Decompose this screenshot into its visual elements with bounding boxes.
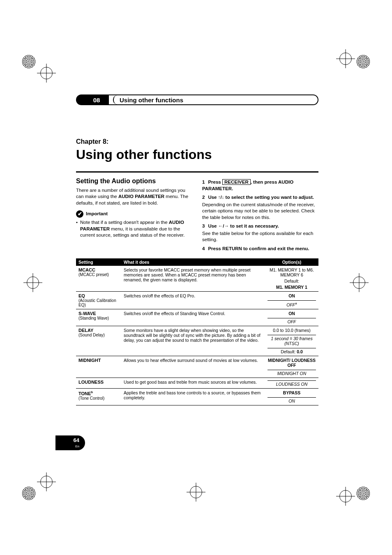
option-item: 0.0 to 10.0 (frames) bbox=[267, 328, 316, 333]
header-strip: 08 Using other functions bbox=[76, 94, 318, 105]
cell-options: ONOFF bbox=[265, 309, 318, 326]
header-title: Using other functions bbox=[120, 97, 183, 104]
option-text-a: Default: bbox=[281, 349, 297, 354]
title-rule bbox=[76, 171, 318, 173]
step-3: 3Use ←/→ to set it as necessary. See the… bbox=[202, 223, 318, 243]
two-column-body: Setting the Audio options There are a nu… bbox=[76, 177, 318, 252]
cell-setting: S-WAVE(Standing Wave) bbox=[76, 309, 121, 326]
page-title: Using other functions bbox=[76, 147, 318, 162]
option-item: OFF bbox=[267, 318, 316, 324]
setting-sub: (Sound Delay) bbox=[78, 333, 119, 337]
cell-setting: MCACC(MCACC preset) bbox=[76, 266, 121, 292]
cell-description: Applies the treble and bass tone control… bbox=[121, 389, 265, 405]
option-stack: BYPASSON bbox=[267, 390, 316, 403]
option-item: MIDNIGHT/ LOUDNESS OFF bbox=[267, 358, 316, 368]
page-number-pill: 64 En bbox=[55, 435, 85, 450]
capsule-open-icon bbox=[113, 95, 117, 104]
chapter-number-pill: 08 bbox=[76, 94, 109, 105]
cell-setting: DELAY(Sound Delay) bbox=[76, 326, 121, 356]
cell-options: MIDNIGHT/ LOUDNESS OFFMIDNIGHT ON bbox=[265, 356, 318, 378]
page-number: 64 bbox=[74, 437, 79, 443]
registration-mark-tr bbox=[336, 49, 355, 68]
option-sup: a bbox=[295, 302, 297, 305]
option-item: 1 second = 30 frames (NTSC) bbox=[267, 335, 316, 346]
option-stack: MIDNIGHT/ LOUDNESS OFFMIDNIGHT ON bbox=[267, 358, 316, 376]
setting-name-sup: b bbox=[91, 390, 93, 394]
step-3-body: See the table below for the options avai… bbox=[202, 230, 318, 243]
setting-sub: (MCACC preset) bbox=[78, 272, 119, 277]
cell-description: Used to get good bass and treble from mu… bbox=[121, 378, 265, 389]
bullet-text: Note that if a setting doesn't appear in… bbox=[80, 219, 192, 239]
registration-mark-bl bbox=[37, 472, 56, 491]
option-stack: 0.0 to 10.0 (frames)1 second = 30 frames… bbox=[267, 328, 316, 354]
table-header-row: Setting What it does Option(s) bbox=[76, 258, 318, 266]
chapter-label: Chapter 8: bbox=[76, 138, 318, 145]
cell-options: M1. MEMORY 1 to M6. MEMORY 6Default:M1. … bbox=[265, 266, 318, 292]
step-2-b: to select the setting you want to adjust… bbox=[224, 195, 314, 200]
step-1-lead: Press RECEIVER, then press AUDIO PARAMET… bbox=[202, 179, 293, 191]
option-item: Default: 0.0 bbox=[267, 348, 316, 354]
cell-setting: TONEb(Tone Control) bbox=[76, 389, 121, 405]
intro-paragraph: There are a number of additional sound s… bbox=[76, 187, 192, 207]
option-item: Default: bbox=[267, 279, 316, 283]
option-stack: ONOFF bbox=[267, 311, 316, 324]
up-down-arrows-icon: ↑/↓ bbox=[218, 195, 224, 200]
registration-mark-ml bbox=[23, 273, 42, 292]
bullet-text-a: Note that if a setting doesn't appear in… bbox=[80, 220, 169, 225]
step-2: 2Use ↑/↓ to select the setting you want … bbox=[202, 194, 318, 221]
th-what: What it does bbox=[121, 258, 265, 266]
important-label: Important bbox=[86, 211, 108, 217]
step-2-num: 2 bbox=[202, 195, 205, 200]
cell-description: Some monitors have a slight delay when s… bbox=[121, 326, 265, 356]
th-setting: Setting bbox=[76, 258, 121, 266]
option-item: ON bbox=[267, 397, 316, 403]
cell-description: Allows you to hear effective surround so… bbox=[121, 356, 265, 378]
right-column: 1Press RECEIVER, then press AUDIO PARAME… bbox=[202, 177, 318, 252]
important-icon: ✔ bbox=[76, 210, 83, 218]
step-1-a: Press bbox=[208, 180, 222, 184]
setting-name: S-WAVE bbox=[78, 311, 119, 316]
step-2-lead: Use ↑/↓ to select the setting you want t… bbox=[208, 195, 314, 200]
option-item: ON bbox=[267, 293, 316, 298]
intro-bold-1: AUDIO PARAMETER bbox=[118, 194, 164, 199]
cell-options: BYPASSON bbox=[265, 389, 318, 405]
bullet-icon: • bbox=[76, 219, 78, 239]
table-body: MCACC(MCACC preset)Selects your favorite… bbox=[76, 266, 318, 405]
chapter-number: 08 bbox=[85, 97, 100, 104]
setting-name: DELAY bbox=[78, 328, 119, 333]
option-stack: LOUDNESS ON bbox=[267, 380, 316, 387]
th-options: Option(s) bbox=[265, 258, 318, 266]
cell-description: Selects your favorite MCACC preset memor… bbox=[121, 266, 265, 292]
page-lang: En bbox=[75, 444, 79, 448]
step-3-num: 3 bbox=[202, 223, 205, 228]
setting-name: TONEb bbox=[78, 390, 119, 396]
option-item: LOUDNESS ON bbox=[267, 380, 316, 387]
table-row: LOUDNESSUsed to get good bass and treble… bbox=[76, 378, 318, 389]
step-2-body: Depending on the current status/mode of … bbox=[202, 202, 318, 221]
option-item: M1. MEMORY 1 to M6. MEMORY 6 bbox=[267, 267, 316, 277]
setting-sub: (Acoustic Calibration EQ) bbox=[78, 298, 119, 307]
table-row: DELAY(Sound Delay)Some monitors have a s… bbox=[76, 326, 318, 356]
important-bullet: • Note that if a setting doesn't appear … bbox=[76, 219, 192, 239]
registration-mark-tl bbox=[37, 64, 56, 83]
left-column: Setting the Audio options There are a nu… bbox=[76, 177, 192, 252]
option-item: ON bbox=[267, 311, 316, 316]
step-2-a: Use bbox=[208, 195, 218, 200]
setting-name: EQ bbox=[78, 293, 119, 298]
setting-name: MIDNIGHT bbox=[78, 358, 119, 363]
registration-mark-br bbox=[336, 487, 355, 506]
important-heading: ✔ Important bbox=[76, 210, 192, 218]
step-4-a: Press RETURN to confirm and exit the men… bbox=[208, 246, 309, 251]
table-row: TONEb(Tone Control)Applies the treble an… bbox=[76, 389, 318, 405]
step-3-b: to set it as necessary. bbox=[229, 223, 279, 228]
setting-sub: (Tone Control) bbox=[78, 396, 119, 401]
table-row: EQ(Acoustic Calibration EQ)Switches on/o… bbox=[76, 292, 318, 309]
settings-table: Setting What it does Option(s) MCACC(MCA… bbox=[76, 258, 318, 405]
option-item: M1. MEMORY 1 bbox=[267, 285, 316, 290]
left-right-arrows-icon: ←/→ bbox=[218, 223, 229, 228]
step-4: 4Press RETURN to confirm and exit the me… bbox=[202, 246, 318, 252]
cell-options: LOUDNESS ON bbox=[265, 378, 318, 389]
step-3-lead: Use ←/→ to set it as necessary. bbox=[208, 223, 279, 228]
option-item: OFFa bbox=[267, 300, 316, 307]
step-1: 1Press RECEIVER, then press AUDIO PARAME… bbox=[202, 179, 318, 192]
